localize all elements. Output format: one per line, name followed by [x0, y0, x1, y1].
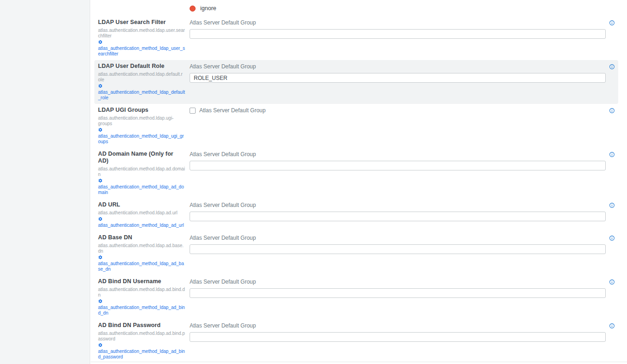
api-name-link[interactable]: atlas_authentication_method_ldap_ad_doma… [98, 178, 185, 195]
setting-property-name: atlas.authentication.method.ldap.ad.url [98, 210, 185, 216]
info-icon[interactable] [609, 20, 615, 26]
group-label: Atlas Server Default Group [190, 322, 256, 329]
left-sidebar [0, 0, 90, 364]
setting-property-name: atlas.authentication.method.ldap.ad.base… [98, 243, 185, 254]
group-row: Atlas Server Default Group [190, 63, 606, 70]
info-icon[interactable] [609, 152, 615, 158]
api-name-link[interactable]: atlas_authentication_method_ldap_ad_bind… [98, 299, 185, 316]
setting-label: AD Base DN [98, 234, 185, 241]
api-name-link[interactable]: atlas_authentication_method_ldap_ad_url [98, 217, 185, 228]
group-label: Atlas Server Default Group [199, 107, 265, 114]
setting-label: AD URL [98, 201, 185, 208]
group-label: Atlas Server Default Group [190, 202, 256, 209]
group-row: Atlas Server Default Group [190, 151, 606, 158]
radio-option-ignore[interactable]: ignore [190, 3, 606, 13]
api-name-link[interactable]: atlas_authentication_method_ldap_ad_bind… [98, 343, 185, 360]
api-name-link[interactable]: atlas_authentication_method_ldap_user_se… [98, 40, 185, 57]
config-row: AD Domain Name (Only for AD) atlas.authe… [94, 148, 618, 199]
config-row-info [606, 278, 618, 316]
gear-icon [98, 40, 103, 46]
api-name-link[interactable]: atlas_authentication_method_ldap_ugi_gro… [98, 127, 185, 145]
api-name-text: atlas_authentication_method_ldap_ugi_gro… [98, 133, 184, 144]
group-row: Atlas Server Default Group [190, 202, 606, 209]
group-row: Atlas Server Default Group [190, 19, 606, 26]
setting-label: AD Bind DN Password [98, 322, 185, 329]
group-label: Atlas Server Default Group [190, 235, 256, 242]
group-row: Atlas Server Default Group [190, 279, 606, 285]
value-input[interactable] [190, 288, 606, 298]
value-input[interactable] [190, 73, 606, 83]
config-content: ignore LDAP User Search Filter atlas.aut… [91, 0, 627, 364]
gear-icon [98, 84, 103, 90]
gear-icon [98, 255, 103, 261]
setting-label: AD Domain Name (Only for AD) [98, 151, 185, 164]
config-row-info [606, 151, 618, 195]
api-name-link[interactable]: atlas_authentication_method_ldap_default… [98, 84, 185, 101]
config-row: LDAP User Search Filter atlas.authentica… [94, 16, 618, 60]
radio-option-label: ignore [200, 5, 216, 12]
config-row: LDAP User Default Role atlas.authenticat… [94, 60, 618, 104]
gear-icon [98, 299, 103, 305]
value-input[interactable] [190, 332, 606, 342]
api-name-text: atlas_authentication_method_ldap_ad_bind… [98, 349, 185, 359]
config-row: AD URL atlas.authentication.method.ldap.… [94, 199, 618, 231]
config-row-value-area: Atlas Server Default Group [190, 107, 606, 145]
config-row-value-area: Atlas Server Default Group [190, 234, 606, 272]
api-name-text: atlas_authentication_method_ldap_ad_bind… [98, 305, 185, 315]
partial-left-spacer [98, 2, 190, 13]
partial-mid-col: ignore [190, 2, 606, 13]
config-row-left: AD Base DN atlas.authentication.method.l… [98, 234, 190, 272]
config-row-left: LDAP User Search Filter atlas.authentica… [98, 19, 190, 57]
gear-icon [98, 178, 103, 184]
group-label: Atlas Server Default Group [190, 279, 256, 285]
gear-icon [98, 217, 103, 223]
group-checkbox[interactable] [190, 108, 196, 114]
config-row-left: LDAP UGI Groups atlas.authentication.met… [98, 107, 190, 145]
api-name-text: atlas_authentication_method_ldap_ad_url [98, 223, 184, 228]
setting-label: LDAP User Search Filter [98, 19, 185, 26]
config-rows: LDAP User Search Filter atlas.authentica… [91, 16, 627, 364]
card-bottom-border [91, 362, 627, 362]
api-name-text: atlas_authentication_method_ldap_ad_doma… [98, 184, 184, 195]
info-icon[interactable] [609, 108, 615, 114]
info-icon[interactable] [609, 279, 615, 285]
setting-label: LDAP UGI Groups [98, 107, 185, 114]
group-row: Atlas Server Default Group [190, 107, 606, 114]
info-icon[interactable] [609, 64, 615, 70]
api-name-text: atlas_authentication_method_ldap_user_se… [98, 46, 185, 56]
config-row-left: AD URL atlas.authentication.method.ldap.… [98, 201, 190, 228]
config-row: AD Bind DN Username atlas.authentication… [94, 275, 618, 319]
value-input[interactable] [190, 29, 606, 39]
group-label: Atlas Server Default Group [190, 19, 256, 26]
value-input[interactable] [190, 161, 606, 170]
setting-property-name: atlas.authentication.method.ldap.ad.bind… [98, 331, 185, 342]
value-input[interactable] [190, 212, 606, 221]
value-input[interactable] [190, 244, 606, 254]
setting-property-name: atlas.authentication.method.ldap.user.se… [98, 28, 185, 39]
radio-selected-icon[interactable] [190, 6, 196, 12]
setting-property-name: atlas.authentication.method.ldap.ugi-gro… [98, 115, 185, 127]
config-row: AD Base DN atlas.authentication.method.l… [94, 231, 618, 275]
config-row-partial: ignore [94, 0, 618, 16]
setting-label: AD Bind DN Username [98, 278, 185, 285]
api-name-link[interactable]: atlas_authentication_method_ldap_ad_base… [98, 255, 185, 272]
group-row: Atlas Server Default Group [190, 235, 606, 242]
config-row-info [606, 107, 618, 145]
partial-info-spacer [606, 2, 618, 13]
config-row-left: LDAP User Default Role atlas.authenticat… [98, 63, 190, 101]
config-page: ignore LDAP User Search Filter atlas.aut… [0, 0, 627, 364]
config-row-info [606, 201, 618, 228]
config-row: LDAP UGI Groups atlas.authentication.met… [94, 104, 618, 148]
config-row-info [606, 234, 618, 272]
config-row-value-area: Atlas Server Default Group [190, 201, 606, 228]
info-icon[interactable] [609, 202, 615, 208]
gear-icon [98, 343, 103, 349]
config-row: AD Bind DN Password atlas.authentication… [94, 319, 618, 363]
setting-property-name: atlas.authentication.method.ldap.default… [98, 72, 185, 83]
config-row-info [606, 19, 618, 57]
info-icon[interactable] [609, 323, 615, 329]
info-icon[interactable] [609, 235, 615, 241]
api-name-text: atlas_authentication_method_ldap_ad_base… [98, 261, 184, 272]
config-row-info [606, 322, 618, 360]
config-row-value-area: Atlas Server Default Group [190, 322, 606, 360]
